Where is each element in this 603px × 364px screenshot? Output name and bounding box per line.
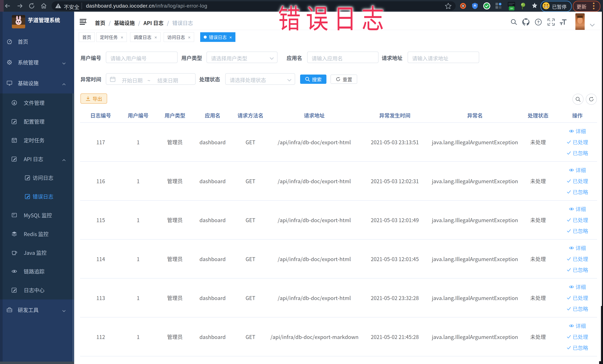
svg-text:?: ? [537, 20, 540, 24]
svg-text:on: on [510, 7, 513, 10]
